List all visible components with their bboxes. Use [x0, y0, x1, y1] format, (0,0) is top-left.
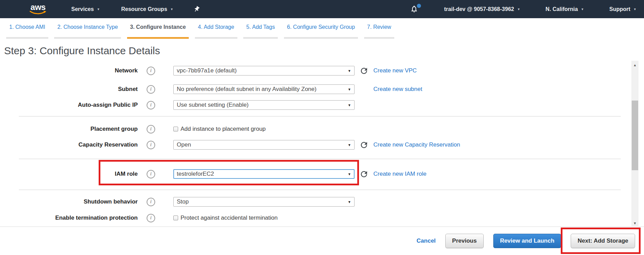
tab-review[interactable]: 7. Review: [364, 24, 394, 39]
form-row-subnet: Subnet i No preference (default subnet i…: [0, 81, 631, 97]
page-title: Step 3: Configure Instance Details: [4, 45, 160, 57]
scroll-down-icon: ▼: [633, 221, 637, 225]
tab-add-tags[interactable]: 5. Add Tags: [243, 24, 278, 39]
scroll-up-icon: ▲: [633, 63, 637, 67]
create-new-subnet-link[interactable]: Create new subnet: [373, 86, 422, 93]
cancel-button[interactable]: Cancel: [417, 237, 436, 244]
capacity-reservation-label: Capacity Reservation: [0, 141, 138, 148]
chevron-down-icon: ▼: [348, 200, 351, 204]
section-divider: [19, 189, 621, 190]
scrollbar-thumb[interactable]: [632, 101, 638, 170]
shutdown-behavior-select[interactable]: Stop ▼: [173, 197, 355, 207]
previous-button[interactable]: Previous: [445, 234, 484, 248]
refresh-icon[interactable]: [359, 170, 369, 179]
scroll-down-button[interactable]: ▼: [631, 220, 639, 227]
top-navigation-bar: aws Services ▼ Resource Groups ▼ trail-d…: [0, 0, 644, 18]
info-icon[interactable]: i: [147, 214, 155, 222]
nav-resource-groups-menu[interactable]: Resource Groups ▼: [121, 6, 173, 12]
subnet-select[interactable]: No preference (default subnet in any Ava…: [173, 84, 355, 94]
shutdown-behavior-label: Shutdown behavior: [0, 198, 138, 205]
form-row-network: Network i vpc-7bb97a1e (default) ▼ Creat…: [0, 63, 631, 79]
form-row-termination-protection: Enable termination protection i Protect …: [0, 210, 631, 226]
nav-support-menu[interactable]: Support ▼: [609, 6, 636, 12]
chevron-down-icon: ▼: [348, 172, 351, 176]
placement-group-checkbox[interactable]: [173, 127, 178, 131]
termination-protection-checkbox[interactable]: [173, 216, 178, 220]
termination-protection-label: Enable termination protection: [0, 215, 138, 221]
tab-choose-instance-type[interactable]: 2. Choose Instance Type: [54, 24, 121, 39]
create-new-capacity-reservation-link[interactable]: Create new Capacity Reservation: [373, 141, 460, 148]
info-icon[interactable]: i: [147, 141, 155, 149]
next-add-storage-button[interactable]: Next: Add Storage: [571, 234, 635, 248]
chevron-down-icon: ▼: [581, 8, 584, 11]
info-icon[interactable]: i: [147, 125, 155, 134]
form-row-placement-group: Placement group i Add instance to placem…: [0, 121, 631, 137]
info-icon[interactable]: i: [147, 170, 155, 178]
chevron-down-icon: ▼: [170, 8, 173, 11]
notifications-button[interactable]: [410, 4, 419, 14]
nav-region-menu[interactable]: N. California ▼: [546, 6, 584, 12]
tab-add-storage[interactable]: 4. Add Storage: [195, 24, 237, 39]
chevron-down-icon: ▼: [348, 69, 351, 73]
chevron-down-icon: ▼: [517, 8, 520, 11]
form-row-auto-assign-ip: Auto-assign Public IP i Use subnet setti…: [0, 97, 631, 113]
iam-role-label: IAM role: [0, 171, 138, 177]
capacity-reservation-select[interactable]: Open ▼: [173, 140, 355, 150]
termination-protection-checkbox-label[interactable]: Protect against accidental termination: [181, 215, 278, 221]
form-row-shutdown-behavior: Shutdown behavior i Stop ▼: [0, 194, 631, 210]
chevron-down-icon: ▼: [348, 103, 351, 107]
subnet-label: Subnet: [0, 86, 138, 93]
chevron-down-icon: ▼: [633, 8, 636, 11]
create-new-vpc-link[interactable]: Create new VPC: [373, 67, 417, 74]
section-divider: [19, 159, 621, 159]
aws-logo[interactable]: aws: [29, 4, 47, 15]
network-select[interactable]: vpc-7bb97a1e (default) ▼: [173, 66, 355, 76]
tab-configure-security-group[interactable]: 6. Configure Security Group: [284, 24, 358, 39]
review-and-launch-button[interactable]: Review and Launch: [493, 234, 561, 248]
pin-shortcut-button[interactable]: [193, 6, 200, 13]
info-icon[interactable]: i: [147, 67, 155, 75]
wizard-step-tabs: 1. Choose AMI 2. Choose Instance Type 3.…: [0, 18, 644, 41]
wizard-footer: Cancel Previous Review and Launch Next: …: [0, 227, 644, 255]
aws-logo-text: aws: [30, 4, 46, 11]
aws-smile-icon: [29, 11, 47, 15]
network-label: Network: [0, 67, 138, 74]
placement-group-label: Placement group: [0, 126, 138, 132]
create-new-iam-role-link[interactable]: Create new IAM role: [373, 171, 426, 177]
info-icon[interactable]: i: [147, 85, 155, 94]
tab-choose-ami[interactable]: 1. Choose AMI: [6, 24, 48, 39]
tab-configure-instance[interactable]: 3. Configure Instance: [127, 24, 189, 39]
scroll-up-button[interactable]: ▲: [631, 61, 639, 68]
notification-badge-dot: [417, 4, 421, 8]
info-icon[interactable]: i: [147, 101, 155, 109]
pushpin-icon: [192, 4, 201, 14]
refresh-icon[interactable]: [359, 66, 369, 76]
info-icon[interactable]: i: [147, 198, 155, 206]
refresh-icon[interactable]: [359, 140, 369, 150]
form-row-iam-role: IAM role i testroleforEC2 ▼ Create new I…: [0, 166, 631, 182]
auto-assign-ip-select[interactable]: Use subnet setting (Enable) ▼: [173, 100, 355, 110]
iam-role-select[interactable]: testroleforEC2 ▼: [173, 169, 355, 179]
chevron-down-icon: ▼: [348, 88, 351, 91]
chevron-down-icon: ▼: [97, 8, 100, 11]
nav-account-menu[interactable]: trail-dev @ 9057-8368-3962 ▼: [444, 6, 520, 12]
nav-services-menu[interactable]: Services ▼: [71, 6, 100, 12]
chevron-down-icon: ▼: [348, 143, 351, 147]
vertical-scrollbar[interactable]: ▲ ▼: [631, 61, 639, 227]
auto-assign-ip-label: Auto-assign Public IP: [0, 102, 138, 108]
configure-instance-form: Network i vpc-7bb97a1e (default) ▼ Creat…: [0, 58, 631, 226]
placement-group-checkbox-label[interactable]: Add instance to placement group: [181, 126, 266, 132]
form-row-capacity-reservation: Capacity Reservation i Open ▼ Create new…: [0, 137, 631, 153]
section-divider: [19, 116, 621, 117]
